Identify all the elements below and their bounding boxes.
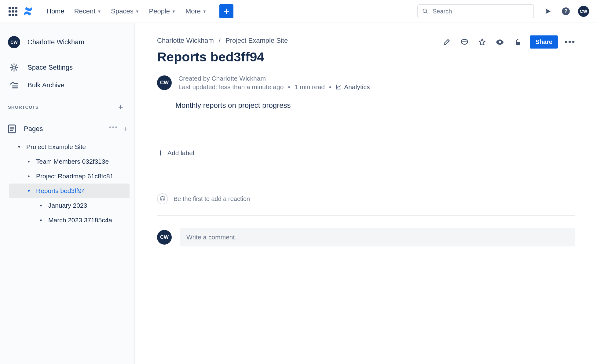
analytics-link[interactable]: Analytics	[335, 83, 370, 91]
space-settings[interactable]: Space Settings	[0, 59, 134, 76]
main-content: Charlotte Wickham / Project Example Site…	[135, 23, 597, 364]
svg-point-3	[13, 66, 16, 69]
separator-dot: •	[288, 83, 290, 91]
read-time: 1 min read	[295, 83, 325, 91]
comment-section: CW Write a comment…	[157, 228, 575, 246]
chevron-down-icon: ▾	[26, 188, 32, 193]
page-tree: ▾ Project Example Site • Team Members 03…	[0, 138, 134, 229]
emoji-icon	[159, 196, 166, 202]
space-header[interactable]: CW Charlotte Wickham	[0, 32, 134, 53]
sidebar: CW Charlotte Wickham Space Settings Bulk…	[0, 23, 135, 364]
edit-icon[interactable]	[441, 37, 452, 48]
comment-input[interactable]: Write a comment…	[180, 228, 575, 246]
search-icon	[422, 8, 428, 14]
add-reaction-button[interactable]	[157, 193, 168, 204]
pages-icon	[7, 124, 17, 134]
analytics-label: Analytics	[344, 83, 370, 91]
pages-label: Pages	[24, 125, 43, 133]
svg-point-9	[161, 198, 162, 198]
analytics-icon	[335, 84, 342, 90]
created-by: Created by Charlotte Wickham	[178, 75, 370, 82]
tree-label: Team Members 032f313e	[36, 158, 126, 165]
chevron-down-icon: ▼	[172, 9, 176, 14]
bullet-icon: •	[38, 217, 44, 224]
space-name: Charlotte Wickham	[27, 38, 84, 46]
chevron-down-icon: ▼	[135, 9, 139, 14]
restrictions-icon[interactable]	[512, 37, 523, 48]
help-icon[interactable]: ?	[560, 6, 571, 17]
bullet-icon: •	[38, 202, 44, 209]
search-box[interactable]	[417, 4, 534, 18]
author-avatar[interactable]: CW	[157, 75, 172, 90]
space-avatar: CW	[8, 36, 20, 48]
plus-icon	[223, 8, 230, 15]
bulk-archive-label: Bulk Archive	[27, 81, 64, 89]
nav-more-label: More	[185, 7, 201, 15]
tree-item-reports[interactable]: ▾ Reports bed3ff94	[9, 184, 130, 198]
last-updated[interactable]: Last updated: less than a minute ago	[178, 83, 284, 91]
tree-label: January 2023	[48, 202, 126, 209]
watch-icon[interactable]	[494, 37, 505, 48]
page-body: Monthly reports on project progress	[157, 101, 575, 110]
bullet-icon: •	[26, 158, 32, 165]
tree-item-january[interactable]: • January 2023	[9, 198, 130, 213]
app-switcher-icon[interactable]	[8, 6, 18, 16]
tree-item-space-root[interactable]: ▾ Project Example Site	[9, 140, 130, 154]
shortcuts-header: SHORTCUTS ＋	[0, 94, 134, 115]
nav-spaces[interactable]: Spaces▼	[111, 5, 139, 18]
notifications-icon[interactable]	[543, 6, 554, 17]
breadcrumb-parent[interactable]: Project Example Site	[225, 37, 288, 45]
top-navigation: Home Recent▼ Spaces▼ People▼ More▼ ? CW	[0, 0, 597, 23]
comment-icon[interactable]	[459, 37, 470, 48]
bullet-icon: •	[26, 173, 32, 180]
page-title: Reports bed3ff94	[157, 49, 575, 64]
svg-point-10	[163, 198, 163, 198]
reactions: Be the first to add a reaction	[157, 193, 575, 216]
nav-more[interactable]: More▼	[185, 5, 207, 18]
nav-home-label: Home	[46, 7, 64, 15]
archive-icon	[8, 81, 20, 90]
nav-recent-label: Recent	[74, 7, 96, 15]
tree-label: Project Roadmap 61c8fc81	[36, 173, 126, 180]
more-actions-icon[interactable]: •••	[565, 37, 576, 48]
nav-home[interactable]: Home	[46, 5, 64, 18]
page-actions: Share •••	[441, 35, 576, 49]
star-icon[interactable]	[477, 37, 488, 48]
plus-icon	[157, 150, 164, 156]
byline: CW Created by Charlotte Wickham Last upd…	[157, 75, 575, 91]
add-label-button[interactable]: Add label	[157, 149, 575, 157]
bulk-archive[interactable]: Bulk Archive	[0, 76, 134, 94]
pages-header[interactable]: Pages ••• ＋	[0, 120, 134, 138]
svg-text:?: ?	[564, 8, 568, 14]
tree-item-team-members[interactable]: • Team Members 032f313e	[9, 154, 130, 169]
gear-icon	[8, 63, 20, 72]
separator-dot: •	[329, 83, 331, 91]
user-avatar[interactable]: CW	[578, 6, 589, 17]
nav-people[interactable]: People▼	[149, 5, 176, 18]
tree-label: Project Example Site	[26, 143, 126, 151]
nav-items: Home Recent▼ Spaces▼ People▼ More▼	[46, 5, 207, 18]
shortcuts-label: SHORTCUTS	[8, 104, 39, 110]
search-input[interactable]	[433, 8, 529, 15]
add-page-button[interactable]: ＋	[122, 123, 130, 134]
space-settings-label: Space Settings	[27, 64, 73, 71]
share-button[interactable]: Share	[530, 35, 558, 49]
create-button[interactable]	[219, 4, 233, 18]
reaction-prompt: Be the first to add a reaction	[174, 195, 250, 202]
tree-item-march[interactable]: • March 2023 37185c4a	[9, 213, 130, 228]
nav-recent[interactable]: Recent▼	[74, 5, 101, 18]
chevron-down-icon: ▼	[203, 9, 207, 14]
add-label-text: Add label	[167, 149, 194, 157]
confluence-logo-icon[interactable]	[23, 5, 35, 17]
tree-item-project-roadmap[interactable]: • Project Roadmap 61c8fc81	[9, 169, 130, 184]
nav-people-label: People	[149, 7, 170, 15]
pages-more-icon[interactable]: •••	[109, 123, 118, 134]
chevron-down-icon: ▼	[97, 9, 101, 14]
svg-rect-7	[516, 42, 520, 45]
add-shortcut-button[interactable]: ＋	[115, 102, 126, 112]
chevron-down-icon: ▾	[16, 144, 22, 149]
breadcrumb-space[interactable]: Charlotte Wickham	[157, 37, 214, 45]
svg-point-6	[499, 41, 501, 43]
nav-spaces-label: Spaces	[111, 7, 133, 15]
tree-label: Reports bed3ff94	[36, 187, 126, 195]
